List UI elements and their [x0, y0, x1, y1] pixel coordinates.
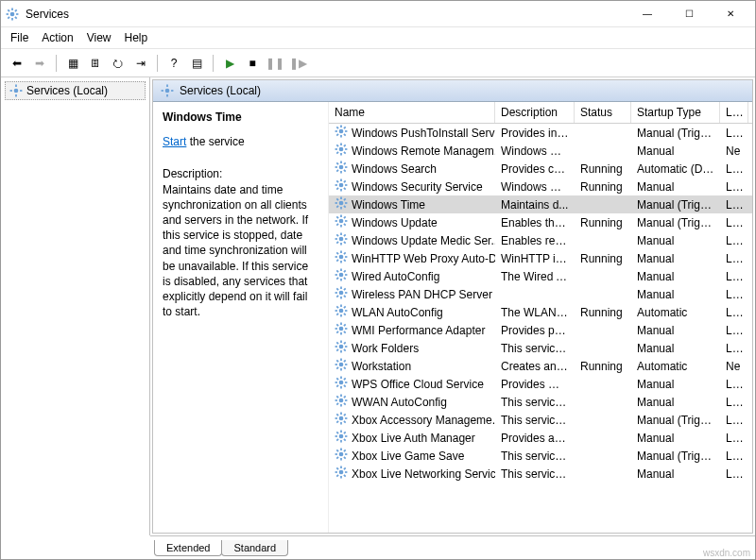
service-logon-cell: Loc — [720, 180, 748, 194]
svg-line-24 — [336, 127, 338, 128]
tree-root[interactable]: Services (Local) — [5, 81, 146, 100]
service-row[interactable]: WPS Office Cloud ServiceProvides WP...Ma… — [329, 375, 752, 393]
maximize-button[interactable]: ☐ — [668, 1, 710, 27]
svg-line-179 — [336, 439, 338, 441]
tab-extended[interactable]: Extended — [154, 540, 222, 556]
service-row[interactable]: Xbox Accessory Manageme...This service .… — [329, 411, 752, 429]
service-name-cell: Windows Search — [352, 162, 437, 176]
pane-header-label: Services (Local) — [180, 84, 261, 97]
service-startup-cell: Manual (Trigg... — [631, 450, 720, 463]
svg-line-132 — [336, 342, 338, 344]
service-name-cell: Windows Update — [352, 216, 438, 229]
show-hide-tree-icon[interactable]: ▦ — [62, 53, 83, 74]
svg-point-82 — [339, 255, 344, 260]
start-service-link[interactable]: Start — [163, 135, 186, 148]
service-row[interactable]: Xbox Live Networking ServiceThis service… — [329, 465, 752, 483]
close-button[interactable]: ✕ — [710, 1, 751, 27]
service-startup-cell: Manual — [631, 396, 720, 409]
service-row[interactable]: Work FoldersThis service ...ManualLoc — [329, 339, 752, 357]
col-startup[interactable]: Startup Type — [631, 102, 720, 123]
svg-line-78 — [336, 234, 338, 236]
toolbar-separator — [157, 55, 158, 72]
menu-file[interactable]: File — [10, 31, 28, 44]
service-row[interactable]: Wireless PAN DHCP ServerManualLoc — [329, 285, 752, 303]
svg-line-162 — [344, 396, 346, 398]
svg-point-14 — [165, 89, 170, 93]
col-description[interactable]: Description — [495, 102, 575, 123]
service-startup-cell: Manual — [631, 180, 720, 194]
col-name[interactable]: Name — [329, 102, 495, 123]
service-startup-cell: Manual — [631, 252, 720, 265]
svg-point-109 — [339, 309, 344, 314]
back-icon[interactable]: ⬅ — [7, 53, 27, 74]
svg-line-107 — [336, 296, 338, 297]
service-desc-cell: Maintains d... — [495, 198, 575, 212]
service-icon — [335, 143, 348, 159]
svg-line-80 — [336, 242, 338, 244]
service-icon — [335, 358, 348, 374]
service-status-cell: Running — [575, 162, 631, 176]
svg-line-188 — [336, 457, 338, 459]
svg-line-195 — [336, 467, 338, 469]
service-row[interactable]: WorkstationCreates and ...RunningAutomat… — [329, 357, 752, 375]
service-row[interactable]: Xbox Live Auth ManagerProvides aut...Man… — [329, 429, 752, 447]
console-props-icon[interactable]: ▤ — [186, 53, 207, 74]
start-icon[interactable]: ▶ — [219, 53, 240, 74]
col-status[interactable]: Status — [575, 102, 631, 123]
col-logon[interactable]: Log — [720, 102, 748, 123]
service-row[interactable]: Windows UpdateEnables the ...RunningManu… — [329, 213, 752, 231]
menu-action[interactable]: Action — [42, 31, 73, 44]
properties-icon[interactable]: 🗏 — [85, 53, 106, 74]
service-row[interactable]: Xbox Live Game SaveThis service ...Manua… — [329, 447, 752, 465]
minimize-button[interactable]: — — [627, 1, 668, 27]
service-desc-cell: This service ... — [495, 396, 575, 409]
svg-line-153 — [344, 378, 346, 380]
service-row[interactable]: Wired AutoConfigThe Wired A...ManualLoc — [329, 267, 752, 285]
service-row[interactable]: Windows PushToInstall Servi...Provides i… — [329, 124, 752, 142]
svg-line-126 — [344, 324, 346, 326]
service-row[interactable]: Windows Update Medic Ser...Enables rem..… — [329, 231, 752, 249]
service-desc-cell: Windows Re... — [495, 144, 575, 158]
service-logon-cell: Ne — [720, 144, 748, 158]
service-logon-cell: Loc — [720, 450, 748, 463]
service-startup-cell: Manual — [631, 234, 720, 247]
service-list[interactable]: Windows PushToInstall Servi...Provides i… — [329, 124, 752, 533]
svg-line-116 — [336, 314, 338, 315]
service-startup-cell: Manual — [631, 378, 720, 391]
service-startup-cell: Manual — [631, 342, 720, 355]
service-row[interactable]: WWAN AutoConfigThis service ...ManualLoc — [329, 393, 752, 411]
service-row[interactable]: Windows TimeMaintains d...Manual (Trigg.… — [329, 195, 752, 213]
export-icon[interactable]: ⇥ — [130, 53, 151, 74]
menu-help[interactable]: Help — [125, 31, 148, 44]
pause-icon: ❚❚ — [265, 53, 285, 74]
toolbar-separator — [56, 55, 57, 72]
svg-line-33 — [336, 144, 338, 146]
svg-point-9 — [14, 89, 19, 93]
svg-point-55 — [339, 201, 344, 206]
service-desc-cell: Provides WP... — [495, 378, 575, 391]
svg-line-72 — [344, 216, 346, 218]
service-desc-cell: WinHTTP im... — [495, 252, 575, 265]
refresh-icon[interactable]: ⭮ — [108, 53, 129, 74]
service-row[interactable]: Windows SearchProvides con...RunningAuto… — [329, 160, 752, 178]
svg-line-5 — [8, 9, 9, 11]
service-icon — [335, 250, 348, 266]
svg-line-69 — [336, 216, 338, 218]
menu-view[interactable]: View — [87, 31, 112, 44]
service-row[interactable]: WMI Performance AdapterProvides per...Ma… — [329, 321, 752, 339]
svg-line-141 — [336, 360, 338, 362]
svg-line-51 — [336, 180, 338, 182]
svg-line-8 — [15, 9, 17, 11]
help-icon[interactable]: ? — [163, 53, 184, 74]
service-row[interactable]: WLAN AutoConfigThe WLANS...RunningAutoma… — [329, 303, 752, 321]
service-logon-cell: Loc — [720, 162, 748, 176]
service-name-cell: Windows PushToInstall Servi... — [352, 127, 495, 140]
service-row[interactable]: Windows Security ServiceWindows Se...Run… — [329, 178, 752, 195]
service-row[interactable]: WinHTTP Web Proxy Auto-D...WinHTTP im...… — [329, 249, 752, 267]
service-row[interactable]: Windows Remote Managem...Windows Re...Ma… — [329, 142, 752, 160]
selected-service-name: Windows Time — [163, 110, 318, 125]
tab-standard[interactable]: Standard — [221, 540, 288, 556]
stop-icon[interactable]: ■ — [242, 53, 263, 74]
service-icon — [335, 232, 348, 248]
service-startup-cell: Automatic (De... — [631, 162, 720, 176]
